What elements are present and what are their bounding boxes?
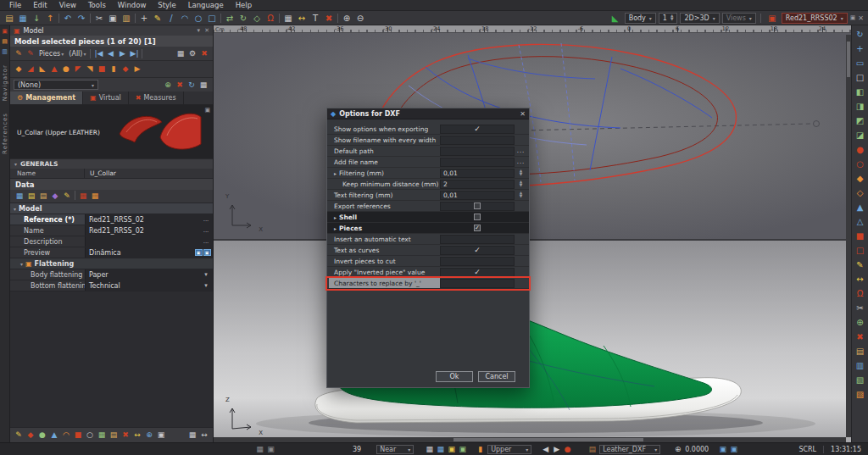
save-icon[interactable]: ▦ (16, 12, 30, 25)
record-icon[interactable]: ● (562, 445, 573, 453)
option-trail[interactable] (515, 245, 527, 255)
remove-group-icon[interactable]: ✖ (174, 80, 186, 91)
grid-row-model[interactable]: ▾Model (10, 203, 213, 214)
option-trail[interactable] (515, 124, 527, 134)
import-data-icon[interactable]: ▤ (37, 191, 49, 202)
draw-piece-icon[interactable]: ◆ (25, 430, 36, 441)
shaded-mode-icon[interactable]: ● (854, 142, 867, 157)
body-dropdown[interactable]: Body ▾ (625, 13, 656, 24)
grid-row-description[interactable]: Description... (10, 236, 213, 247)
view-right-icon[interactable]: ◨ (854, 99, 867, 114)
dxf-option-apply-inverted-piece-value[interactable]: Apply "Inverted piece" value✓ (327, 267, 529, 278)
ok-button[interactable]: Ok (436, 371, 473, 382)
field-trail[interactable]: ... (199, 214, 213, 225)
piece-preview[interactable]: U_Collar (Upper LEATHER) ▣ (10, 105, 213, 159)
dxf-option-insert-an-automatic-text[interactable]: Insert an automatic text (327, 234, 529, 245)
field-value[interactable]: Dinâmica (85, 247, 192, 258)
field-trail[interactable]: ... (199, 236, 213, 247)
menu-edit[interactable]: Edit (27, 1, 53, 9)
dxf-option-show-options-when-exporting[interactable]: Show options when exporting✓ (327, 124, 529, 135)
option-value[interactable]: 2 (440, 180, 515, 189)
view-top-icon[interactable]: ◩ (854, 114, 867, 128)
pencil-tool-icon[interactable]: ✎ (151, 12, 164, 25)
grid-row-flattening[interactable]: ▾▣Flattening (10, 258, 213, 269)
curves-3d-icon[interactable]: △ (854, 214, 867, 229)
measure-tool-icon[interactable]: ↔ (295, 12, 309, 25)
table-orange-icon[interactable]: ▦ (89, 191, 101, 202)
collapse-icon[interactable]: ▾ (14, 161, 17, 167)
filter-punch-icon[interactable]: ◆ (120, 64, 131, 75)
dxf-option-show-filename-with-every-width[interactable]: Show filename with every width (327, 135, 529, 146)
view-lock-icon[interactable]: ▣ (717, 445, 728, 453)
draw-point-icon[interactable]: ● (36, 430, 48, 441)
option-trail[interactable] (515, 256, 527, 266)
magnet-3d-icon[interactable]: Ω (854, 286, 867, 301)
field-value[interactable]: Technical (85, 280, 199, 291)
edit-data-icon[interactable]: ✎ (61, 191, 73, 202)
magnet-tool-icon[interactable]: Ω (264, 12, 277, 25)
export-icon[interactable]: ↑ (43, 12, 57, 25)
delete-piece-icon[interactable]: ✖ (854, 330, 867, 344)
filter-counter-icon[interactable]: ◥ (84, 64, 96, 75)
dxf-option-shell[interactable]: ▸Shell (327, 212, 529, 223)
field-value[interactable] (85, 236, 199, 247)
filter-text-icon[interactable]: ▮ (108, 64, 120, 75)
draw-arc-icon[interactable]: ◠ (60, 430, 72, 441)
filter-accessory-icon[interactable]: ■ (96, 64, 108, 75)
spinner-arrows-icon[interactable]: ▲▼ (520, 191, 522, 198)
group-dropdown[interactable]: (None) ▾ (14, 80, 98, 90)
rect-tool-icon[interactable]: □ (205, 12, 219, 25)
field-trail[interactable]: ▣▣ (192, 247, 213, 258)
field-value[interactable]: Paper (85, 269, 199, 280)
material-dropdown[interactable]: Leather_DXF▾ (599, 445, 660, 454)
preview-2d-icon[interactable]: ▣ (203, 249, 211, 256)
option-trail[interactable]: ▲▼ (515, 179, 527, 189)
line-tool-icon[interactable]: / (164, 12, 178, 25)
option-trail[interactable] (515, 278, 527, 288)
zoom-fit-icon[interactable]: □ (854, 70, 867, 85)
option-value[interactable] (440, 202, 515, 211)
generals-name-row[interactable]: Name U_Collar (10, 169, 213, 179)
import-icon[interactable]: ↓ (30, 12, 43, 25)
option-trail[interactable] (515, 201, 527, 211)
checkbox-icon[interactable] (474, 203, 481, 209)
menu-help[interactable]: Help (230, 1, 258, 9)
grid-display-icon[interactable]: ▦ (424, 445, 435, 453)
scrollbar-thumb[interactable] (847, 42, 850, 77)
template-icon[interactable]: ▤ (108, 430, 120, 441)
menu-language[interactable]: Language (182, 1, 230, 9)
draw-triangle-icon[interactable]: ▲ (48, 430, 60, 441)
rail-tab-navigator[interactable]: Navigator (2, 64, 8, 101)
generals-section-header[interactable]: ▾ GENERALS (10, 159, 213, 169)
upper-layer-icon[interactable]: ▮ (475, 445, 486, 453)
spinner-arrows-icon[interactable]: ▲▼ (670, 14, 673, 21)
add-piece-icon[interactable]: ⊕ (854, 315, 867, 330)
select-tool-icon[interactable]: + (137, 12, 151, 25)
pin-icon[interactable]: ▣ (850, 14, 856, 21)
delete-tool-icon[interactable]: ✖ (322, 12, 336, 25)
close-selection-icon[interactable]: ✖ (198, 48, 210, 59)
filter-lining-icon[interactable]: ◢ (25, 64, 36, 75)
tab-measures[interactable]: ✖Measures (129, 92, 184, 104)
option-value[interactable] (440, 257, 515, 266)
next-piece-icon[interactable]: ▶ (116, 48, 128, 59)
option-value[interactable] (440, 279, 515, 288)
snap-object-icon[interactable]: ▣ (265, 445, 276, 453)
checkbox-icon[interactable]: ✓ (474, 225, 481, 231)
draw-circle-icon[interactable]: ○ (84, 430, 96, 441)
refresh-groups-icon[interactable]: ↻ (186, 80, 198, 91)
holes-3d-icon[interactable]: □ (854, 243, 867, 258)
save-data-icon[interactable]: ▦ (14, 191, 25, 202)
material-icon[interactable]: ▤ (587, 445, 598, 453)
prev-piece-icon[interactable]: ◀ (104, 48, 116, 59)
field-value[interactable]: Red21_RRSS_02 (85, 214, 199, 225)
model-dropdown[interactable]: Red21_RRSS02 ▾ (782, 13, 848, 24)
cancel-button[interactable]: Cancel (478, 371, 515, 382)
dxf-option-text-filtering-mm[interactable]: Text filtering (mm)0,01▲▼ (327, 190, 529, 201)
panel-settings-icon[interactable]: ⚙ (186, 48, 198, 59)
option-trail[interactable] (515, 223, 527, 233)
option-trail[interactable] (515, 234, 527, 244)
materials-icon[interactable]: ▤ (854, 344, 867, 358)
option-trail[interactable]: ▲▼ (515, 168, 527, 178)
offset-tool-icon[interactable]: ◇ (250, 12, 264, 25)
